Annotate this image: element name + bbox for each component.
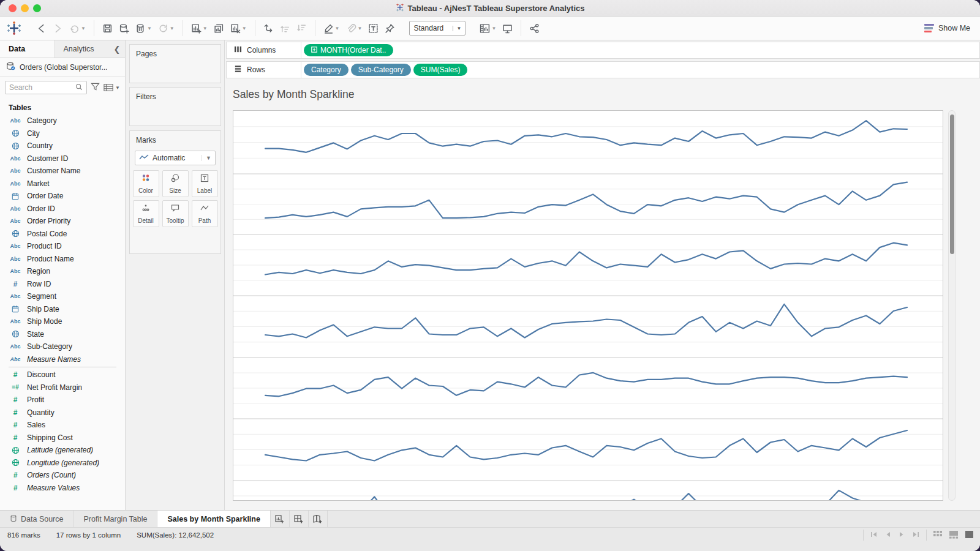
collapse-pane-icon[interactable]: ❮ (109, 40, 125, 58)
field-discount[interactable]: #Discount (9, 369, 125, 381)
chevron-down-icon: ▼ (170, 26, 175, 31)
field-profit[interactable]: #Profit (9, 394, 125, 407)
filter-fields-icon[interactable] (91, 82, 100, 94)
field-latitude-generated-[interactable]: Latitude (generated) (9, 444, 125, 457)
view-options-icon[interactable]: ▼ (104, 83, 120, 92)
field-category[interactable]: AbcCategory (9, 114, 125, 127)
tab-data[interactable]: Data (0, 40, 55, 58)
field-customer-id[interactable]: AbcCustomer ID (9, 152, 125, 165)
field-order-priority[interactable]: AbcOrder Priority (9, 215, 125, 228)
marks-path-button[interactable]: Path (192, 200, 218, 227)
sheet-title: Sales by Month Sparkline (233, 88, 354, 101)
next-sheet-icon[interactable] (898, 531, 905, 539)
label-icon (200, 173, 209, 186)
search-input[interactable] (5, 81, 87, 94)
chart-pane[interactable] (233, 110, 943, 501)
first-sheet-icon[interactable] (870, 531, 878, 539)
pill-sub-category[interactable]: Sub-Category (351, 64, 411, 76)
new-worksheet-tab-button[interactable] (271, 511, 290, 527)
field-row-id[interactable]: #Row ID (9, 278, 125, 291)
field-measure-values[interactable]: #Measure Values (9, 482, 125, 495)
field-shipping-cost[interactable]: #Shipping Cost (9, 432, 125, 444)
show-tabs-icon[interactable] (933, 530, 943, 540)
rows-shelf[interactable]: Rows CategorySub-CategorySUM(Sales) (226, 61, 980, 78)
field-market[interactable]: AbcMarket (9, 178, 125, 190)
duplicate-sheet-button[interactable] (211, 21, 227, 36)
field-sales[interactable]: #Sales (9, 419, 125, 432)
show-me-button[interactable]: Show Me (924, 24, 970, 33)
title-bar: Tableau - AjNesT Tableau Superstore Anal… (0, 0, 980, 17)
sparkline-row-7 (265, 490, 907, 500)
swap-rows-columns-button[interactable] (260, 21, 277, 36)
show-hide-cards-button[interactable]: ▼ (477, 21, 499, 36)
back-arrow-button[interactable] (33, 21, 50, 36)
text-label-button[interactable] (365, 21, 382, 36)
search-icon (75, 82, 83, 93)
vertical-scrollbar[interactable] (948, 110, 956, 501)
field-product-name[interactable]: AbcProduct Name (9, 253, 125, 266)
field-orders-count-[interactable]: #Orders (Count) (9, 469, 125, 482)
toolbar-button-groups: ▼▼▼▼▼▼▼ (28, 20, 403, 36)
marks-label-button[interactable]: Label (192, 170, 218, 197)
sheet-tab-sales-by-month-sparkline[interactable]: Sales by Month Sparkline (157, 511, 270, 527)
new-data-source-button[interactable] (116, 21, 132, 36)
previous-sheet-icon[interactable] (884, 531, 892, 539)
pause-data-updates-button[interactable]: ▼ (132, 21, 155, 36)
field-product-id[interactable]: AbcProduct ID (9, 240, 125, 253)
data-pane: Data Analytics ❮ Orders (Global Supersto… (0, 40, 126, 510)
new-story-tab-button[interactable] (309, 511, 328, 527)
refresh-data-button: ▼ (155, 21, 178, 36)
field-state[interactable]: State (9, 328, 125, 341)
field-postal-code[interactable]: Postal Code (9, 228, 125, 241)
show-filmstrip-icon[interactable] (949, 530, 959, 540)
pages-card[interactable]: Pages (129, 44, 221, 83)
field-quantity[interactable]: #Quantity (9, 407, 125, 419)
last-sheet-icon[interactable] (911, 531, 920, 539)
field-sub-category[interactable]: AbcSub-Category (9, 340, 125, 353)
marks-detail-button[interactable]: Detail (133, 200, 159, 227)
field-country[interactable]: Country (9, 140, 125, 152)
pill-month-order-dat-[interactable]: MONTH(Order Dat.. (304, 44, 393, 56)
fix-axes-pin-button[interactable] (382, 21, 398, 36)
chevron-down-icon: ▼ (147, 26, 152, 31)
chevron-down-icon: ▼ (453, 26, 462, 31)
field-longitude-generated-[interactable]: Longitude (generated) (9, 457, 125, 470)
field-ship-date[interactable]: Ship Date (9, 303, 125, 316)
share-button[interactable] (526, 21, 543, 36)
highlight-button[interactable]: ▼ (320, 21, 343, 36)
clear-sheet-button[interactable]: ▼ (227, 21, 250, 36)
field-ship-mode[interactable]: AbcShip Mode (9, 315, 125, 328)
marks-color-button[interactable]: Color (133, 170, 159, 197)
field-region[interactable]: AbcRegion (9, 265, 125, 278)
marks-size-button[interactable]: Size (162, 170, 189, 197)
pill-sum-sales-[interactable]: SUM(Sales) (413, 64, 468, 76)
columns-shelf[interactable]: Columns MONTH(Order Dat.. (226, 42, 980, 59)
sheet-tab-data-source[interactable]: Data Source (0, 511, 74, 527)
field-order-date[interactable]: Order Date (9, 190, 125, 203)
field-measure-names[interactable]: AbcMeasure Names (9, 353, 125, 366)
detail-icon (141, 203, 151, 216)
mark-type-value: Automatic (153, 154, 185, 162)
filters-card[interactable]: Filters (129, 87, 221, 126)
field-segment[interactable]: AbcSegment (9, 290, 125, 303)
field-customer-name[interactable]: AbcCustomer Name (9, 165, 125, 178)
pill-category[interactable]: Category (304, 64, 349, 76)
mark-type-select[interactable]: Automatic ▼ (135, 151, 216, 165)
field-city[interactable]: City (9, 127, 125, 140)
tab-analytics[interactable]: Analytics (55, 40, 110, 58)
field-order-id[interactable]: AbcOrder ID (9, 203, 125, 216)
marks-card: Marks Automatic ▼ ColorSizeLabelDetailTo… (129, 130, 221, 254)
marks-tooltip-button[interactable]: Tooltip (162, 200, 189, 227)
new-dashboard-tab-button[interactable] (290, 511, 309, 527)
new-worksheet-button[interactable]: ▼ (188, 21, 211, 36)
scrollbar-thumb[interactable] (950, 114, 954, 254)
datasource-item[interactable]: Orders (Global Superstor... (0, 58, 125, 77)
save-button[interactable] (99, 21, 116, 36)
chevron-down-icon: ▼ (242, 26, 247, 31)
show-sheet-icon[interactable] (965, 530, 974, 540)
tableau-logo-icon[interactable] (0, 21, 28, 35)
sheet-tab-profit-margin-table[interactable]: Profit Margin Table (74, 511, 157, 527)
fit-mode-select[interactable]: Standard ▼ (409, 21, 466, 36)
presentation-mode-button[interactable] (499, 21, 516, 36)
field-net-profit-margin[interactable]: =#Net Profit Margin (9, 381, 125, 394)
